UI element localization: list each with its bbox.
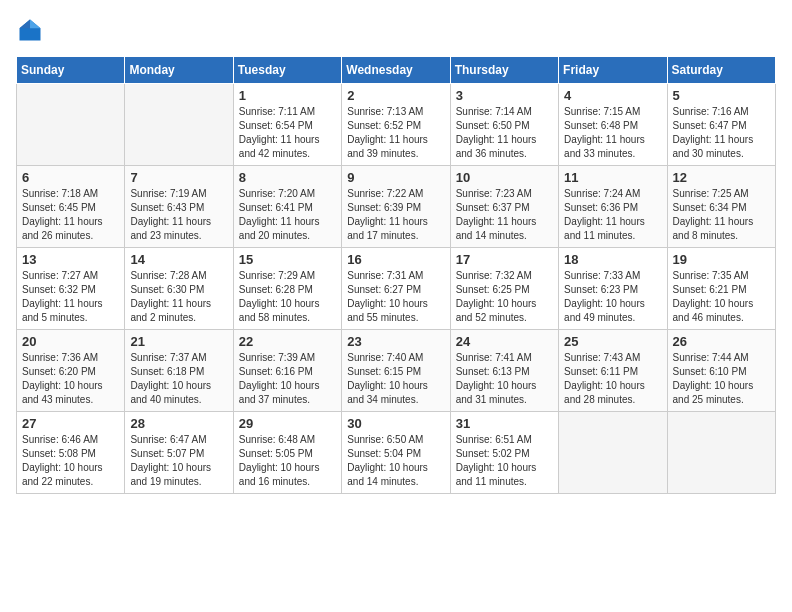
calendar-cell: 24Sunrise: 7:41 AM Sunset: 6:13 PM Dayli… — [450, 330, 558, 412]
calendar-cell: 18Sunrise: 7:33 AM Sunset: 6:23 PM Dayli… — [559, 248, 667, 330]
week-row-3: 13Sunrise: 7:27 AM Sunset: 6:32 PM Dayli… — [17, 248, 776, 330]
day-info: Sunrise: 7:25 AM Sunset: 6:34 PM Dayligh… — [673, 187, 770, 243]
logo — [16, 16, 48, 44]
day-number: 26 — [673, 334, 770, 349]
day-info: Sunrise: 7:40 AM Sunset: 6:15 PM Dayligh… — [347, 351, 444, 407]
day-header-tuesday: Tuesday — [233, 57, 341, 84]
week-row-4: 20Sunrise: 7:36 AM Sunset: 6:20 PM Dayli… — [17, 330, 776, 412]
day-info: Sunrise: 7:31 AM Sunset: 6:27 PM Dayligh… — [347, 269, 444, 325]
day-number: 21 — [130, 334, 227, 349]
day-info: Sunrise: 7:37 AM Sunset: 6:18 PM Dayligh… — [130, 351, 227, 407]
calendar-cell: 11Sunrise: 7:24 AM Sunset: 6:36 PM Dayli… — [559, 166, 667, 248]
header-row: SundayMondayTuesdayWednesdayThursdayFrid… — [17, 57, 776, 84]
calendar-cell: 13Sunrise: 7:27 AM Sunset: 6:32 PM Dayli… — [17, 248, 125, 330]
calendar-cell: 3Sunrise: 7:14 AM Sunset: 6:50 PM Daylig… — [450, 84, 558, 166]
day-number: 27 — [22, 416, 119, 431]
day-header-saturday: Saturday — [667, 57, 775, 84]
day-info: Sunrise: 7:16 AM Sunset: 6:47 PM Dayligh… — [673, 105, 770, 161]
day-number: 23 — [347, 334, 444, 349]
calendar-cell: 29Sunrise: 6:48 AM Sunset: 5:05 PM Dayli… — [233, 412, 341, 494]
day-number: 9 — [347, 170, 444, 185]
day-header-sunday: Sunday — [17, 57, 125, 84]
calendar-cell — [667, 412, 775, 494]
day-info: Sunrise: 7:23 AM Sunset: 6:37 PM Dayligh… — [456, 187, 553, 243]
day-info: Sunrise: 7:13 AM Sunset: 6:52 PM Dayligh… — [347, 105, 444, 161]
day-number: 30 — [347, 416, 444, 431]
calendar-cell: 27Sunrise: 6:46 AM Sunset: 5:08 PM Dayli… — [17, 412, 125, 494]
page-header — [16, 16, 776, 44]
day-header-friday: Friday — [559, 57, 667, 84]
day-number: 4 — [564, 88, 661, 103]
day-number: 6 — [22, 170, 119, 185]
calendar-cell: 12Sunrise: 7:25 AM Sunset: 6:34 PM Dayli… — [667, 166, 775, 248]
day-info: Sunrise: 6:50 AM Sunset: 5:04 PM Dayligh… — [347, 433, 444, 489]
calendar-cell: 16Sunrise: 7:31 AM Sunset: 6:27 PM Dayli… — [342, 248, 450, 330]
calendar-cell: 10Sunrise: 7:23 AM Sunset: 6:37 PM Dayli… — [450, 166, 558, 248]
svg-marker-1 — [30, 20, 41, 29]
day-info: Sunrise: 7:39 AM Sunset: 6:16 PM Dayligh… — [239, 351, 336, 407]
day-number: 17 — [456, 252, 553, 267]
day-number: 11 — [564, 170, 661, 185]
week-row-1: 1Sunrise: 7:11 AM Sunset: 6:54 PM Daylig… — [17, 84, 776, 166]
calendar-cell: 1Sunrise: 7:11 AM Sunset: 6:54 PM Daylig… — [233, 84, 341, 166]
calendar-cell: 8Sunrise: 7:20 AM Sunset: 6:41 PM Daylig… — [233, 166, 341, 248]
day-info: Sunrise: 7:44 AM Sunset: 6:10 PM Dayligh… — [673, 351, 770, 407]
day-number: 3 — [456, 88, 553, 103]
calendar-cell: 6Sunrise: 7:18 AM Sunset: 6:45 PM Daylig… — [17, 166, 125, 248]
day-info: Sunrise: 7:41 AM Sunset: 6:13 PM Dayligh… — [456, 351, 553, 407]
calendar-cell: 30Sunrise: 6:50 AM Sunset: 5:04 PM Dayli… — [342, 412, 450, 494]
day-number: 15 — [239, 252, 336, 267]
svg-marker-2 — [20, 20, 31, 29]
calendar-cell: 2Sunrise: 7:13 AM Sunset: 6:52 PM Daylig… — [342, 84, 450, 166]
calendar-cell — [125, 84, 233, 166]
calendar-cell: 4Sunrise: 7:15 AM Sunset: 6:48 PM Daylig… — [559, 84, 667, 166]
day-info: Sunrise: 7:24 AM Sunset: 6:36 PM Dayligh… — [564, 187, 661, 243]
day-info: Sunrise: 6:51 AM Sunset: 5:02 PM Dayligh… — [456, 433, 553, 489]
week-row-5: 27Sunrise: 6:46 AM Sunset: 5:08 PM Dayli… — [17, 412, 776, 494]
calendar-cell: 9Sunrise: 7:22 AM Sunset: 6:39 PM Daylig… — [342, 166, 450, 248]
day-number: 28 — [130, 416, 227, 431]
day-number: 20 — [22, 334, 119, 349]
calendar-cell: 17Sunrise: 7:32 AM Sunset: 6:25 PM Dayli… — [450, 248, 558, 330]
day-number: 5 — [673, 88, 770, 103]
day-info: Sunrise: 7:28 AM Sunset: 6:30 PM Dayligh… — [130, 269, 227, 325]
day-info: Sunrise: 7:36 AM Sunset: 6:20 PM Dayligh… — [22, 351, 119, 407]
day-number: 12 — [673, 170, 770, 185]
day-number: 19 — [673, 252, 770, 267]
day-header-wednesday: Wednesday — [342, 57, 450, 84]
calendar-cell: 28Sunrise: 6:47 AM Sunset: 5:07 PM Dayli… — [125, 412, 233, 494]
calendar-cell: 19Sunrise: 7:35 AM Sunset: 6:21 PM Dayli… — [667, 248, 775, 330]
calendar-cell: 25Sunrise: 7:43 AM Sunset: 6:11 PM Dayli… — [559, 330, 667, 412]
day-number: 13 — [22, 252, 119, 267]
day-number: 24 — [456, 334, 553, 349]
day-info: Sunrise: 7:19 AM Sunset: 6:43 PM Dayligh… — [130, 187, 227, 243]
day-info: Sunrise: 6:47 AM Sunset: 5:07 PM Dayligh… — [130, 433, 227, 489]
calendar-cell: 14Sunrise: 7:28 AM Sunset: 6:30 PM Dayli… — [125, 248, 233, 330]
day-header-thursday: Thursday — [450, 57, 558, 84]
calendar-cell — [17, 84, 125, 166]
day-info: Sunrise: 7:29 AM Sunset: 6:28 PM Dayligh… — [239, 269, 336, 325]
day-number: 22 — [239, 334, 336, 349]
day-info: Sunrise: 7:15 AM Sunset: 6:48 PM Dayligh… — [564, 105, 661, 161]
day-info: Sunrise: 6:46 AM Sunset: 5:08 PM Dayligh… — [22, 433, 119, 489]
week-row-2: 6Sunrise: 7:18 AM Sunset: 6:45 PM Daylig… — [17, 166, 776, 248]
calendar-cell: 5Sunrise: 7:16 AM Sunset: 6:47 PM Daylig… — [667, 84, 775, 166]
day-number: 14 — [130, 252, 227, 267]
day-number: 10 — [456, 170, 553, 185]
day-number: 7 — [130, 170, 227, 185]
day-number: 18 — [564, 252, 661, 267]
calendar-cell — [559, 412, 667, 494]
day-info: Sunrise: 7:18 AM Sunset: 6:45 PM Dayligh… — [22, 187, 119, 243]
day-number: 8 — [239, 170, 336, 185]
day-number: 2 — [347, 88, 444, 103]
day-header-monday: Monday — [125, 57, 233, 84]
day-number: 1 — [239, 88, 336, 103]
calendar-cell: 31Sunrise: 6:51 AM Sunset: 5:02 PM Dayli… — [450, 412, 558, 494]
day-info: Sunrise: 7:35 AM Sunset: 6:21 PM Dayligh… — [673, 269, 770, 325]
calendar-cell: 7Sunrise: 7:19 AM Sunset: 6:43 PM Daylig… — [125, 166, 233, 248]
calendar-cell: 22Sunrise: 7:39 AM Sunset: 6:16 PM Dayli… — [233, 330, 341, 412]
day-info: Sunrise: 7:22 AM Sunset: 6:39 PM Dayligh… — [347, 187, 444, 243]
day-info: Sunrise: 7:14 AM Sunset: 6:50 PM Dayligh… — [456, 105, 553, 161]
day-info: Sunrise: 7:43 AM Sunset: 6:11 PM Dayligh… — [564, 351, 661, 407]
day-number: 16 — [347, 252, 444, 267]
